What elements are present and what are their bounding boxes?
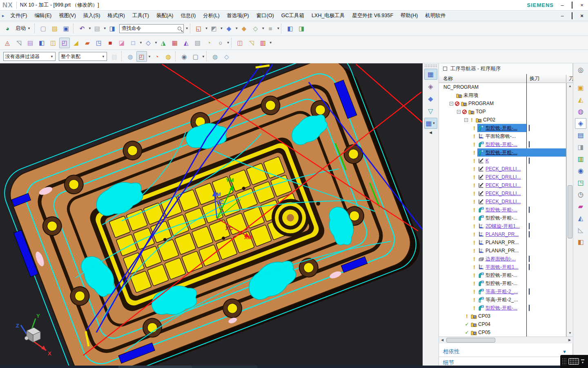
polygon-tool-button[interactable]: ◇ xyxy=(143,38,154,48)
center-point-button[interactable]: ◉ xyxy=(179,51,189,62)
spotlight-button[interactable]: ◔ xyxy=(204,38,214,48)
grid-snap-button[interactable]: ▦ xyxy=(169,38,180,48)
program-order-view-button[interactable]: ▦ xyxy=(424,69,437,80)
tree-row-[interactable]: !型腔铣-开粗-... xyxy=(439,279,573,287)
menu-item-1[interactable]: 文件(F) xyxy=(7,11,31,21)
tree-row-cp03[interactable]: !CP03 xyxy=(439,312,573,320)
section-view-button[interactable]: ◪ xyxy=(116,38,127,48)
tree-row-planar_pr[interactable]: !PLANAR_PR... xyxy=(439,238,573,247)
menu-item-10[interactable]: 首选项(P) xyxy=(223,11,253,21)
wedge-analysis-button[interactable]: ◢ xyxy=(71,38,81,48)
chevron-down-icon[interactable]: ▼ xyxy=(103,27,107,30)
scroll-left-arrow[interactable]: ◀ xyxy=(439,337,445,343)
find-command-box[interactable] xyxy=(119,24,184,33)
menu-item-5[interactable]: 格式(R) xyxy=(104,11,129,21)
menu-item-12[interactable]: GC工具箱 xyxy=(278,11,308,21)
expand-toggle[interactable]: − xyxy=(457,110,461,114)
bounded-box-button[interactable]: ◰ xyxy=(59,38,70,48)
tree-row-peck_drilli[interactable]: !PECK_DRILLI... xyxy=(439,189,573,197)
customize-button[interactable]: ◺ xyxy=(575,225,586,236)
geometry-view-button[interactable]: ◆ xyxy=(424,93,437,104)
chevron-down-icon[interactable]: ▼ xyxy=(227,41,230,45)
object-display-button[interactable]: ▰ xyxy=(82,38,93,48)
view-orient-button[interactable]: ◩ xyxy=(209,23,219,34)
column-divider[interactable] xyxy=(566,75,566,82)
restore-button[interactable] xyxy=(569,2,575,8)
solid-body-button[interactable]: ■ xyxy=(105,38,116,48)
internet-info-button[interactable]: ◉ xyxy=(575,166,586,176)
tree-row-peck_drilli[interactable]: !PECK_DRILLI... xyxy=(439,165,573,173)
assembly-constraint-button[interactable]: ▧ xyxy=(109,51,120,62)
menu-item-15[interactable]: 帮助(H) xyxy=(397,11,421,21)
menu-item-7[interactable]: 装配(A) xyxy=(153,11,177,21)
selection-scope-dropdown[interactable]: 整个装配 ▼ xyxy=(59,52,107,61)
doc-minimize-button[interactable]: – xyxy=(559,13,565,19)
corner-dimension-button[interactable]: ◫ xyxy=(235,38,245,48)
visualization-button[interactable]: ▰ xyxy=(575,201,586,212)
info-object-button[interactable]: ◳ xyxy=(94,38,104,48)
close-button[interactable]: × xyxy=(579,2,585,8)
tree-row-[interactable]: !平面轮廓铣-... xyxy=(439,132,573,140)
keyboard-icon[interactable] xyxy=(568,358,579,365)
cube-view-button[interactable]: ◇ xyxy=(221,51,232,62)
menu-item-13[interactable]: LXH_电极工具 xyxy=(308,11,348,21)
tree-row-planar_pr[interactable]: !PLANAR_PR... xyxy=(439,247,573,255)
operation-navigator-button[interactable]: ◈ xyxy=(575,118,586,129)
layer-settings-button[interactable]: ▤ xyxy=(25,38,36,48)
chevron-down-icon[interactable]: ▼ xyxy=(269,41,272,45)
measure-box-button[interactable]: ◫ xyxy=(48,38,58,48)
tree-row-top[interactable]: −TOP xyxy=(439,108,573,116)
chevron-down-icon[interactable]: ▼ xyxy=(148,55,151,58)
current-view-button[interactable]: ▦▼ xyxy=(424,118,437,129)
tree-row-[interactable]: 未用项 xyxy=(439,91,573,99)
rotate-snap-button[interactable]: ◔ xyxy=(151,51,162,62)
menu-item-14[interactable]: 星空外挂 V6.935F xyxy=(348,11,397,21)
tree-row-cp04[interactable]: ✓CP04 xyxy=(439,320,573,328)
object-navigator-button[interactable]: ◍ xyxy=(575,106,586,117)
open-file-button[interactable]: ▨ xyxy=(49,23,60,34)
find-command-input[interactable] xyxy=(121,25,178,32)
scroll-down-arrow[interactable]: ▼ xyxy=(567,330,573,337)
collapse-panel-arrow[interactable]: ◀ xyxy=(423,130,439,135)
start-menu-button[interactable]: 启动▼ xyxy=(13,24,33,33)
minimize-button[interactable]: – xyxy=(559,2,565,8)
wire-cube-button[interactable]: ▧ xyxy=(192,38,203,48)
gallery-button[interactable]: ◧ xyxy=(575,237,586,247)
undo-button[interactable]: ↶ xyxy=(77,23,87,34)
text-tool-button[interactable]: ◭ xyxy=(181,38,192,48)
machine-library-button[interactable]: ◨ xyxy=(575,142,586,153)
chevron-down-icon[interactable]: ▼ xyxy=(261,27,265,30)
new-file-button[interactable]: ▢ xyxy=(38,23,49,34)
doc-close-button[interactable]: × xyxy=(579,13,585,19)
tree-row-program[interactable]: −PROGRAM xyxy=(439,99,573,108)
tree-row-[interactable]: !边界面铣削-... xyxy=(439,255,573,263)
tree-row-[interactable]: !型腔铣-开粗-... xyxy=(439,206,573,214)
scroll-up-arrow[interactable]: ▲ xyxy=(567,83,573,90)
paste-button[interactable]: ▤ xyxy=(92,23,102,34)
save-button[interactable]: ▣ xyxy=(61,23,71,34)
drag-handle[interactable] xyxy=(424,64,437,67)
tree-row-k[interactable]: !K xyxy=(439,157,573,165)
feature-navigator-button[interactable]: ▤ xyxy=(575,130,586,141)
assembly-navigator-button[interactable]: ▣ xyxy=(575,83,586,93)
chevron-down-icon[interactable]: ▼ xyxy=(139,41,143,45)
expand-toggle[interactable]: − xyxy=(450,102,453,105)
fit-view-button[interactable]: ◱ xyxy=(194,23,204,34)
expand-toggle[interactable]: − xyxy=(464,118,468,122)
gear-button[interactable]: ◎ xyxy=(575,65,586,75)
tree-row-nc_program[interactable]: NC_PROGRAM xyxy=(439,83,573,91)
face-analysis-view-button[interactable]: ◆ xyxy=(238,23,249,34)
tree-row-peck_drilli[interactable]: !PECK_DRILLI... xyxy=(439,181,573,189)
doc-restore-button[interactable] xyxy=(569,13,575,19)
chevron-down-icon[interactable]: ▼ xyxy=(154,41,158,45)
menu-item-3[interactable]: 视图(V) xyxy=(55,11,80,21)
tree-row-peck_drilli[interactable]: !PECK_DRILLI... xyxy=(439,197,573,206)
edge-shaded-view-button[interactable]: ◇ xyxy=(250,23,261,34)
tree-row-1[interactable]: !平面铣-开粗1... xyxy=(439,263,573,271)
history-button[interactable]: ◷ xyxy=(575,189,586,200)
column-name[interactable]: 名称 xyxy=(443,75,453,82)
csys-orient-button[interactable]: ◮ xyxy=(158,38,169,48)
snap-point-button[interactable]: ◰ xyxy=(136,51,147,62)
dependencies-section[interactable]: 相依性 ▼ xyxy=(439,346,572,357)
tree-row-cp02[interactable]: −!CP02 xyxy=(439,116,573,124)
